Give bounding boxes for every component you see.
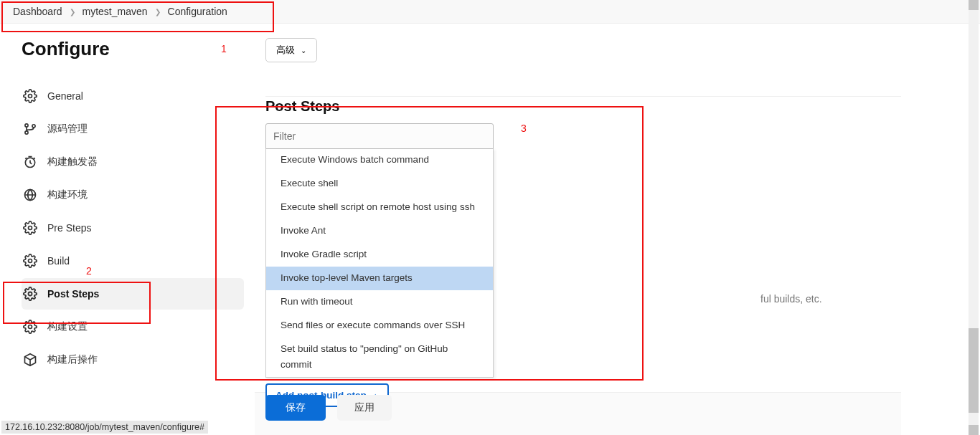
form-action-bar: 保存 应用	[265, 395, 392, 421]
dropdown-item-exec-shell-remote-ssh[interactable]: Execute shell script on remote host usin…	[266, 196, 493, 219]
sidebar-item-pre-steps[interactable]: Pre Steps	[22, 212, 244, 244]
dropdown-item-invoke-maven-targets[interactable]: Invoke top-level Maven targets	[266, 267, 493, 290]
section-title-post-steps: Post Steps	[265, 98, 973, 115]
dropdown-item-invoke-ant[interactable]: Invoke Ant	[266, 219, 493, 243]
dropdown-item-exec-windows-batch[interactable]: Execute Windows batch command	[266, 148, 493, 172]
sidebar-item-label: General	[47, 90, 83, 102]
svg-point-7	[29, 259, 32, 263]
divider	[265, 96, 901, 97]
gear-icon	[23, 254, 37, 268]
gear-icon	[23, 89, 37, 103]
dropdown-item-exec-shell[interactable]: Execute shell	[266, 172, 493, 196]
dropdown-item-send-files-ssh[interactable]: Send files or execute commands over SSH	[266, 314, 493, 338]
config-section-nav: General 源码管理 构建触发器 构建环境	[22, 80, 244, 376]
svg-point-6	[29, 226, 32, 230]
svg-point-8	[29, 292, 32, 296]
svg-point-1	[25, 124, 28, 127]
sidebar-item-environment[interactable]: 构建环境	[22, 179, 244, 211]
page-scroll-down[interactable]	[969, 425, 979, 435]
breadcrumb-configuration[interactable]: Configuration	[168, 6, 227, 17]
gear-icon	[23, 320, 37, 334]
page-title: Configure	[22, 38, 244, 60]
browser-status-url: 172.16.10.232:8080/job/mytest_maven/conf…	[1, 421, 208, 434]
svg-point-9	[29, 325, 32, 329]
cube-icon	[23, 353, 37, 367]
sidebar: Configure General 源码管理 构建触发器	[22, 38, 244, 377]
save-button[interactable]: 保存	[265, 395, 326, 421]
sidebar-item-label: 源码管理	[47, 123, 88, 135]
sidebar-item-label: 构建环境	[47, 188, 88, 201]
svg-point-2	[25, 131, 28, 134]
chevron-right-icon: ❯	[155, 8, 161, 16]
sidebar-item-post-build-actions[interactable]: 构建后操作	[22, 344, 244, 376]
breadcrumb: Dashboard ❯ mytest_maven ❯ Configuration	[0, 0, 980, 24]
dropdown-item-set-github-pending[interactable]: Set build status to "pending" on GitHub …	[266, 338, 493, 378]
sidebar-item-label: Post Steps	[47, 288, 99, 300]
globe-icon	[23, 188, 37, 202]
gear-icon	[23, 221, 37, 235]
sidebar-item-build[interactable]: Build	[22, 245, 244, 277]
gear-icon	[23, 287, 37, 301]
main-content: 高级 ⌄ Post Steps Execute Windows batch co…	[244, 38, 973, 407]
chevron-down-icon: ⌄	[301, 47, 306, 54]
svg-point-3	[32, 125, 35, 128]
apply-button[interactable]: 应用	[337, 395, 392, 421]
sidebar-item-label: Pre Steps	[47, 222, 91, 234]
post-steps-dropdown: Execute Windows batch command Execute sh…	[265, 148, 494, 378]
sidebar-item-triggers[interactable]: 构建触发器	[22, 146, 244, 178]
post-steps-filter-input[interactable]	[265, 123, 494, 149]
sidebar-item-build-settings[interactable]: 构建设置	[22, 311, 244, 343]
sidebar-item-scm[interactable]: 源码管理	[22, 113, 244, 145]
sidebar-item-label: Build	[47, 255, 70, 267]
page-scroll-up[interactable]	[969, 0, 979, 10]
svg-point-0	[29, 95, 32, 98]
breadcrumb-job[interactable]: mytest_maven	[83, 6, 148, 17]
branch-icon	[23, 122, 37, 136]
sidebar-item-label: 构建后操作	[47, 353, 98, 366]
chevron-right-icon: ❯	[70, 8, 75, 16]
advanced-button[interactable]: 高级 ⌄	[265, 38, 317, 62]
sidebar-item-label: 构建设置	[47, 320, 88, 333]
sidebar-item-post-steps[interactable]: Post Steps	[22, 278, 244, 310]
dropdown-item-invoke-gradle[interactable]: Invoke Gradle script	[266, 243, 493, 267]
sidebar-item-label: 构建触发器	[47, 156, 98, 168]
hint-text-partial: ful builds, etc.	[760, 293, 822, 305]
dropdown-item-run-with-timeout[interactable]: Run with timeout	[266, 290, 493, 314]
sidebar-item-general[interactable]: General	[22, 80, 244, 112]
breadcrumb-dashboard[interactable]: Dashboard	[13, 6, 62, 17]
advanced-button-label: 高级	[276, 44, 295, 57]
clock-icon	[23, 155, 37, 169]
